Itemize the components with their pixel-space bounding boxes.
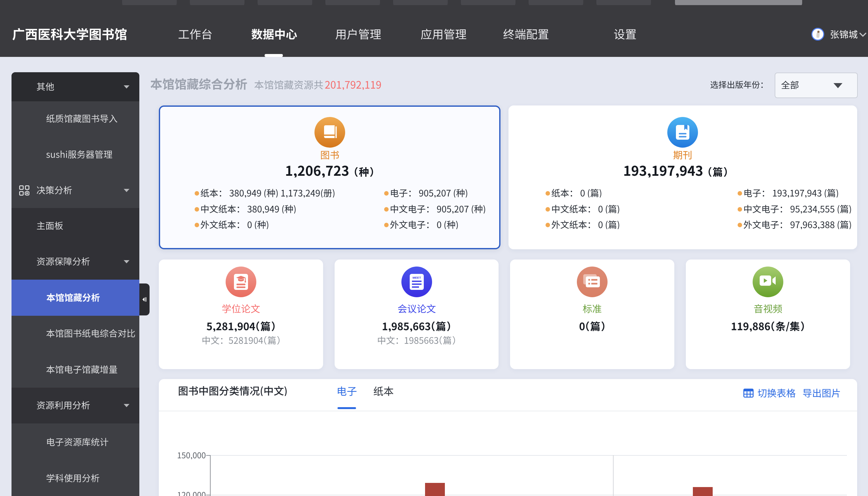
svg-text:MEET: MEET	[412, 276, 421, 279]
